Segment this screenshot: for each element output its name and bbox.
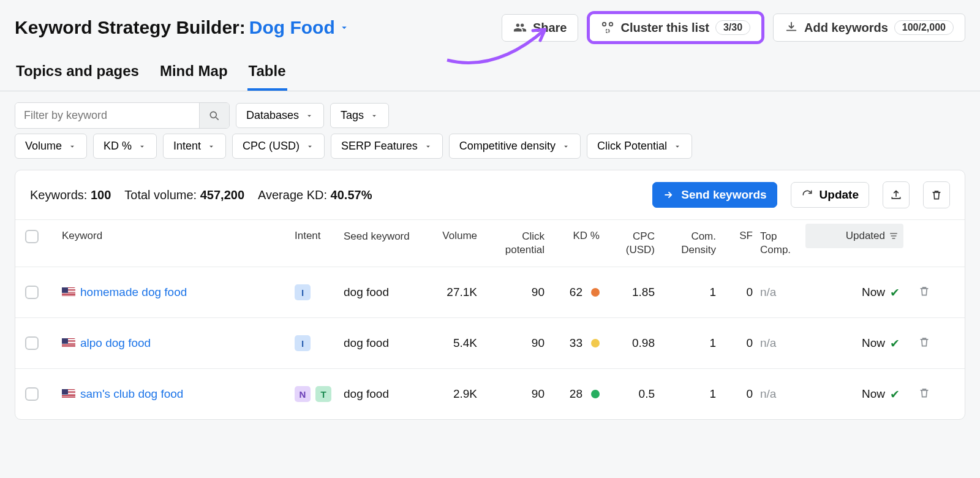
intent-cell: I [291, 284, 340, 300]
filters-row-1: Databases Tags [0, 91, 980, 134]
add-keywords-button[interactable]: Add keywords 100/2,000 [773, 13, 965, 42]
update-button[interactable]: Update [791, 182, 869, 208]
intent-badge-I: I [295, 335, 311, 351]
filter-tags[interactable]: Tags [330, 103, 389, 128]
keyword-cell: sam's club dog food [58, 387, 291, 401]
cpc-cell: 1.85 [603, 286, 658, 299]
sort-desc-icon [889, 231, 899, 241]
send-keywords-button[interactable]: Send keywords [652, 182, 777, 208]
keyword-link[interactable]: sam's club dog food [80, 387, 183, 401]
keywords-count: Keywords: 100 [30, 188, 111, 202]
chevron-down-icon [673, 142, 682, 151]
click-potential-cell: 90 [481, 387, 548, 401]
col-keyword[interactable]: Keyword [58, 230, 291, 242]
svg-point-2 [606, 29, 610, 33]
select-all-checkbox[interactable] [25, 230, 39, 243]
row-delete-button[interactable] [918, 285, 930, 300]
row-delete-cell [903, 336, 934, 351]
search-icon [208, 110, 221, 122]
kd-cell: 33 [548, 336, 603, 350]
filter-keyword-input[interactable] [15, 103, 199, 128]
cpc-cell: 0.5 [603, 387, 658, 401]
filter-intent[interactable]: Intent [163, 134, 226, 159]
us-flag-icon [62, 338, 75, 348]
cluster-list-button[interactable]: Cluster this list 3/30 [590, 14, 761, 41]
share-button[interactable]: Share [502, 14, 579, 42]
top-comp-cell: n/a [756, 286, 805, 299]
filter-search-button[interactable] [199, 103, 229, 128]
sf-cell: 0 [720, 387, 756, 401]
tab-table[interactable]: Table [247, 56, 287, 91]
intent-cell: N T [291, 386, 340, 402]
filter-click-potential[interactable]: Click Potential [587, 134, 692, 159]
average-kd: Average KD: 40.57% [258, 188, 372, 202]
delete-all-button[interactable] [923, 181, 950, 208]
export-button[interactable] [883, 181, 910, 208]
filter-competitive-density[interactable]: Competitive density [449, 134, 581, 159]
add-count-pill: 100/2,000 [894, 20, 954, 35]
trash-icon [930, 189, 943, 201]
row-checkbox[interactable] [25, 387, 39, 401]
tab-mind-map[interactable]: Mind Map [159, 56, 229, 91]
check-icon: ✔ [890, 387, 900, 401]
cluster-icon [601, 21, 614, 34]
filter-kd[interactable]: KD % [93, 134, 157, 159]
col-seed[interactable]: Seed keyword [340, 230, 413, 243]
com-density-cell: 1 [658, 387, 720, 401]
chevron-down-icon [339, 22, 350, 33]
com-density-cell: 1 [658, 336, 720, 350]
chevron-down-icon [370, 112, 379, 120]
filter-serp-features[interactable]: SERP Features [331, 134, 443, 159]
row-delete-button[interactable] [918, 336, 930, 351]
kd-dot-icon [591, 339, 600, 347]
col-volume[interactable]: Volume [413, 230, 481, 242]
us-flag-icon [62, 287, 75, 297]
chevron-down-icon [424, 142, 432, 151]
col-top-comp[interactable]: TopComp. [756, 230, 805, 257]
chevron-down-icon [207, 142, 216, 151]
filter-cpc[interactable]: CPC (USD) [232, 134, 325, 159]
col-sf[interactable]: SF [720, 230, 756, 242]
cpc-cell: 0.98 [603, 336, 658, 350]
col-kd[interactable]: KD % [548, 230, 603, 242]
check-icon: ✔ [890, 286, 900, 300]
stats-row: Keywords: 100 Total volume: 457,200 Aver… [15, 170, 965, 219]
cluster-highlight-annotation: Cluster this list 3/30 [587, 11, 764, 44]
intent-badge-T: T [315, 386, 331, 402]
col-com-density[interactable]: Com.Density [658, 230, 720, 257]
row-delete-button[interactable] [918, 387, 930, 402]
intent-badge-N: N [295, 386, 311, 402]
chevron-down-icon [562, 142, 570, 151]
table-card: Keywords: 100 Total volume: 457,200 Aver… [15, 170, 965, 420]
row-delete-cell [903, 387, 934, 402]
col-updated[interactable]: Updated [805, 224, 903, 248]
table-row: alpo dog foodIdog food5.4K90330.9810n/aN… [15, 317, 965, 368]
col-cpc[interactable]: CPC(USD) [603, 230, 658, 257]
export-icon [890, 189, 902, 201]
row-checkbox[interactable] [25, 336, 39, 350]
updated-cell: Now✔ [805, 286, 903, 300]
row-checkbox-cell [21, 387, 58, 401]
row-delete-cell [903, 285, 934, 300]
total-volume: Total volume: 457,200 [124, 188, 244, 202]
updated-cell: Now✔ [805, 387, 903, 401]
keyword-cell: homemade dog food [58, 286, 291, 299]
chevron-down-icon [305, 112, 314, 120]
filter-volume[interactable]: Volume [15, 134, 87, 159]
table-row: sam's club dog foodN Tdog food2.9K90280.… [15, 368, 965, 419]
arrow-right-icon [663, 189, 675, 201]
seed-cell: dog food [340, 387, 413, 401]
seed-cell: dog food [340, 286, 413, 299]
volume-cell: 27.1K [413, 286, 481, 299]
keyword-link[interactable]: homemade dog food [80, 286, 187, 299]
tab-topics-pages[interactable]: Topics and pages [15, 56, 140, 91]
filter-databases[interactable]: Databases [236, 103, 324, 128]
col-intent[interactable]: Intent [291, 230, 340, 242]
keyword-link[interactable]: alpo dog food [80, 336, 151, 350]
col-click-potential[interactable]: Clickpotential [481, 230, 548, 257]
row-checkbox[interactable] [25, 286, 39, 299]
top-comp-cell: n/a [756, 387, 805, 401]
list-selector[interactable]: Dog Food [249, 17, 350, 38]
chevron-down-icon [306, 142, 314, 151]
check-icon: ✔ [890, 336, 900, 351]
